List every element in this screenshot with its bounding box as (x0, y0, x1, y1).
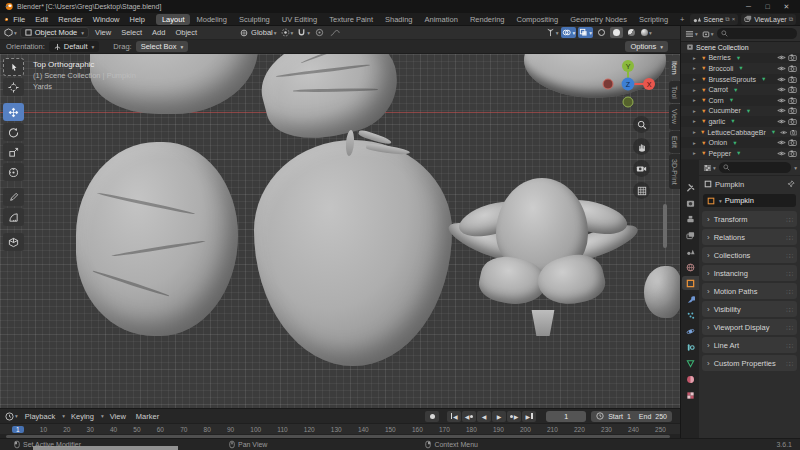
overlays-toggle[interactable]: ▾ (561, 27, 576, 38)
viewlayer-selector[interactable]: ViewLayer ⧉ (741, 14, 796, 25)
outliner-item[interactable]: ▸ ▼ Corn ▼ (681, 95, 800, 106)
expand-arrow-icon[interactable]: ▸ (693, 55, 699, 61)
previous-keyframe-button[interactable]: ◀ (462, 411, 476, 422)
pin-icon[interactable] (787, 180, 795, 188)
outliner-item[interactable]: ▸ ▼ LettuceCabbageBr ▼ (681, 127, 800, 138)
shading-material-button[interactable] (625, 27, 638, 38)
expand-arrow-icon[interactable]: ▸ (693, 150, 699, 156)
camera-icon[interactable] (788, 76, 797, 83)
3d-viewport[interactable]: Top Orthographic (1) Scene Collection | … (0, 54, 680, 408)
menu-add[interactable]: Add (148, 28, 169, 37)
orientation-default-dropdown[interactable]: Default ▾ (49, 41, 100, 52)
eye-icon[interactable] (777, 97, 786, 104)
start-value[interactable]: 1 (627, 413, 631, 420)
workspace-tab[interactable]: Sculpting (233, 14, 276, 25)
mode-dropdown[interactable]: Object Mode ▾ (20, 27, 89, 38)
expand-arrow-icon[interactable]: ▸ (693, 65, 699, 71)
sidebar-scrollbar[interactable] (663, 204, 667, 248)
properties-panel-header[interactable]: › Line Art ∷∷ (702, 337, 797, 353)
object-properties-tab[interactable] (682, 276, 699, 290)
properties-panel-header[interactable]: › Motion Paths ∷∷ (702, 283, 797, 299)
render-tab[interactable] (682, 196, 699, 210)
close-button[interactable]: ✕ (777, 0, 796, 13)
menu-select[interactable]: Select (117, 28, 146, 37)
menu-render[interactable]: Render (53, 15, 88, 24)
timeline-editor-type-dropdown[interactable]: ▾ (4, 411, 19, 422)
sidebar-tab[interactable]: View (669, 104, 680, 129)
outliner-root-collection[interactable]: Scene Collection (681, 42, 800, 53)
workspace-tab[interactable]: Geometry Nodes (564, 14, 633, 25)
panel-drag-handle-icon[interactable]: ∷∷ (786, 306, 792, 313)
workspace-tab[interactable]: Rendering (464, 14, 511, 25)
panel-drag-handle-icon[interactable]: ∷∷ (786, 360, 792, 367)
eye-icon[interactable] (777, 139, 786, 146)
expand-arrow-icon[interactable]: ▸ (693, 87, 699, 93)
expand-arrow-icon[interactable]: ▸ (693, 76, 699, 82)
menu-keying[interactable]: Keying (67, 412, 98, 421)
tool-tab[interactable] (682, 180, 699, 194)
eye-icon[interactable] (777, 86, 786, 93)
outliner-item[interactable]: ▸ ▼ Carrot ▼ (681, 84, 800, 95)
next-keyframe-button[interactable]: ▶ (507, 411, 521, 422)
menu-file[interactable]: File (8, 15, 30, 24)
gizmos-dropdown[interactable]: ▾ (545, 27, 560, 38)
zoom-button[interactable] (633, 116, 650, 133)
menu-edit[interactable]: Edit (30, 15, 53, 24)
workspace-tab[interactable]: Texture Paint (323, 14, 379, 25)
perspective-toggle-button[interactable] (633, 182, 650, 199)
pan-button[interactable] (633, 138, 650, 155)
scale-tool[interactable] (3, 143, 24, 161)
jump-to-start-button[interactable]: ◀ (447, 411, 461, 422)
frame-range-fields[interactable]: Start 1 End 250 (591, 411, 672, 422)
panel-drag-handle-icon[interactable]: ∷∷ (786, 234, 792, 241)
workspace-tab[interactable]: Compositing (511, 14, 565, 25)
sidebar-tab[interactable]: Item (669, 56, 680, 80)
outliner-item[interactable]: ▸ ▼ Broccoli ▼ (681, 63, 800, 74)
expand-arrow-icon[interactable]: ▸ (693, 140, 699, 146)
object-data-tab[interactable] (682, 356, 699, 370)
outliner-item[interactable]: ▸ ▼ BrusselSprouts ▼ (681, 74, 800, 85)
add-cube-tool[interactable] (3, 233, 24, 251)
properties-panel-header[interactable]: › Custom Properties ∷∷ (702, 355, 797, 371)
workspace-tab[interactable]: Layout (156, 14, 191, 25)
unlink-scene-icon[interactable]: × (732, 16, 736, 22)
timeline-ruler[interactable]: 1102030405060708090100110120130140150160… (0, 423, 680, 434)
transform-tool[interactable] (3, 163, 24, 181)
eye-icon[interactable] (777, 65, 786, 72)
properties-editor-type-dropdown[interactable]: ▾ (702, 162, 717, 173)
workspace-tab[interactable]: Animation (419, 14, 464, 25)
camera-icon[interactable] (788, 86, 797, 93)
expand-arrow-icon[interactable]: ▸ (693, 97, 699, 103)
camera-icon[interactable] (788, 107, 797, 114)
model-cabbage[interactable] (76, 142, 238, 336)
model-onion[interactable] (254, 140, 452, 366)
outliner-filter-dropdown[interactable]: ▾ (701, 28, 715, 39)
eye-icon[interactable] (777, 118, 786, 125)
properties-panel-header[interactable]: › Transform ∷∷ (702, 211, 797, 227)
camera-icon[interactable] (788, 150, 797, 157)
eye-icon[interactable] (777, 54, 786, 61)
menu-view[interactable]: View (91, 28, 115, 37)
gizmo-negative-y-axis[interactable] (623, 97, 633, 107)
panel-drag-handle-icon[interactable]: ∷∷ (786, 342, 792, 349)
camera-icon[interactable] (788, 118, 797, 125)
camera-icon[interactable] (790, 129, 797, 136)
menu-marker[interactable]: Marker (132, 412, 163, 421)
eye-icon[interactable] (780, 129, 787, 136)
new-scene-icon[interactable]: ⧉ (725, 16, 729, 23)
properties-panel-header[interactable]: › Relations ∷∷ (702, 229, 797, 245)
sidebar-tab[interactable]: Tool (669, 81, 680, 104)
material-tab[interactable] (682, 372, 699, 386)
panel-drag-handle-icon[interactable]: ∷∷ (786, 270, 792, 277)
proportional-editing-icon[interactable] (313, 27, 326, 38)
expand-arrow-icon[interactable]: ▸ (693, 118, 699, 124)
rotate-tool[interactable] (3, 123, 24, 141)
sidebar-tab[interactable]: Edit (669, 131, 680, 153)
transform-orientation-dropdown[interactable]: Global▾ (239, 27, 277, 38)
outliner-item[interactable]: ▸ ▼ Cucumber ▼ (681, 106, 800, 117)
navigation-gizmo[interactable]: Y X Z (600, 58, 656, 112)
menu-window[interactable]: Window (88, 15, 125, 24)
eye-icon[interactable] (777, 107, 786, 114)
properties-search-input[interactable] (719, 162, 791, 173)
snap-magnet-dropdown[interactable]: ▾ (296, 27, 311, 38)
